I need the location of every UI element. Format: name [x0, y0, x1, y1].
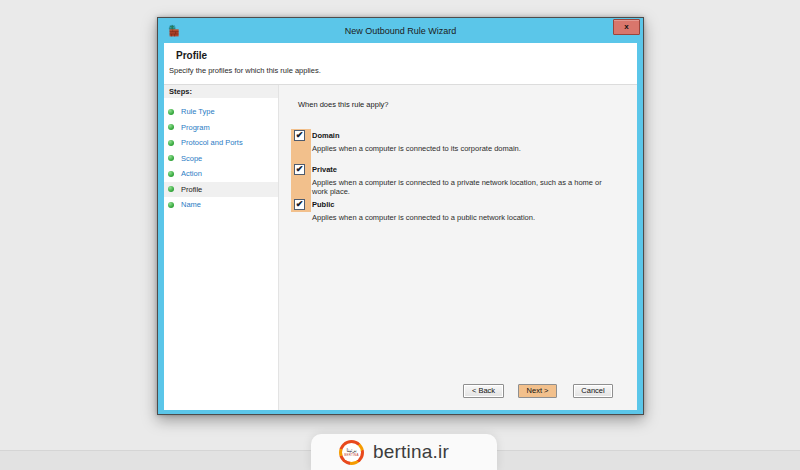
sidebar-item-protocol-and-ports[interactable]: Protocol and Ports: [164, 135, 278, 151]
profile-option-description: Applies when a computer is connected to …: [312, 145, 608, 154]
check-icon: ✔: [296, 131, 304, 140]
sidebar-item-scope[interactable]: Scope: [164, 151, 278, 167]
wizard-header: Profile Specify the profiles for which t…: [164, 43, 637, 84]
watermark-badge: برتینا BERTINA bertina.ir: [311, 434, 497, 470]
profile-step-panel: When does this rule apply? ✔ Domain Appl…: [278, 85, 637, 410]
panel-question: When does this rule apply?: [298, 100, 388, 109]
window-title: New Outbound Rule Wizard: [164, 26, 637, 36]
step-done-dot-icon: [168, 171, 174, 177]
sidebar-item-profile[interactable]: Profile: [164, 182, 278, 198]
profile-option-label: Private: [312, 165, 337, 174]
sidebar-item-name[interactable]: Name: [164, 197, 278, 213]
private-checkbox[interactable]: ✔: [294, 164, 305, 175]
profile-option-description: Applies when a computer is connected to …: [312, 179, 608, 196]
profile-option-domain: ✔ Domain Applies when a computer is conn…: [294, 130, 608, 154]
profile-option-public: ✔ Public Applies when a computer is conn…: [294, 199, 608, 223]
cancel-button[interactable]: Cancel: [573, 384, 613, 398]
steps-sidebar: Steps: Rule Type Program Protocol and: [164, 85, 278, 410]
step-done-dot-icon: [168, 124, 174, 130]
screenshot-stage: برتینا BERTINA bertina.ir New Outbound R…: [0, 0, 800, 470]
titlebar[interactable]: New Outbound Rule Wizard x: [164, 18, 637, 43]
check-icon: ✔: [296, 200, 304, 209]
public-checkbox[interactable]: ✔: [294, 199, 305, 210]
check-icon: ✔: [296, 165, 304, 174]
step-done-dot-icon: [168, 186, 174, 192]
steps-heading: Steps:: [164, 85, 278, 98]
close-button[interactable]: x: [613, 19, 640, 35]
bertina-logo-icon: برتینا BERTINA: [339, 440, 364, 465]
sidebar-item-rule-type[interactable]: Rule Type: [164, 104, 278, 120]
domain-checkbox[interactable]: ✔: [294, 130, 305, 141]
watermark-brand: bertina.ir: [373, 441, 449, 463]
profile-option-label: Public: [312, 200, 335, 209]
wizard-window: New Outbound Rule Wizard x Profile Speci…: [157, 17, 644, 415]
step-done-dot-icon: [168, 155, 174, 161]
page-subtitle: Specify the profiles for which this rule…: [169, 66, 629, 75]
profile-option-private: ✔ Private Applies when a computer is con…: [294, 164, 608, 196]
logo-subtext: BERTINA: [344, 453, 358, 457]
firewall-icon: [167, 24, 181, 38]
back-button[interactable]: < Back: [463, 384, 504, 398]
page-title: Profile: [176, 50, 629, 61]
sidebar-item-program[interactable]: Program: [164, 120, 278, 136]
next-button[interactable]: Next >: [518, 384, 557, 398]
sidebar-item-action[interactable]: Action: [164, 166, 278, 182]
step-done-dot-icon: [168, 202, 174, 208]
step-done-dot-icon: [168, 140, 174, 146]
profile-option-description: Applies when a computer is connected to …: [312, 214, 608, 223]
step-done-dot-icon: [168, 109, 174, 115]
profile-option-label: Domain: [312, 131, 340, 140]
